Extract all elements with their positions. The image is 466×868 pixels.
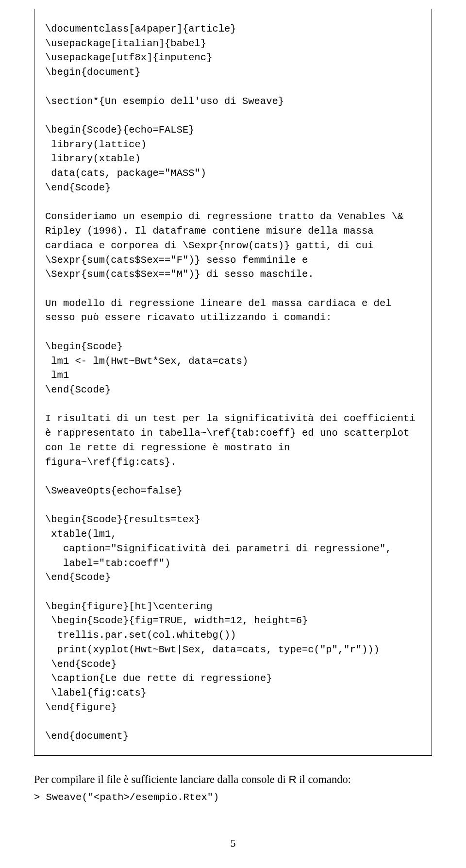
body-text-prefix: Per compilare il file è sufficiente lanc… [34, 773, 288, 785]
body-paragraph: Per compilare il file è sufficiente lanc… [34, 772, 432, 787]
command-line: > Sweave("<path>/esempio.Rtex") [34, 792, 432, 803]
code-listing: \documentclass[a4paper]{article} \usepac… [45, 22, 421, 744]
body-text-suffix: il comando: [297, 773, 351, 785]
page-number: 5 [34, 837, 432, 850]
r-label: R [288, 773, 296, 785]
code-listing-box: \documentclass[a4paper]{article} \usepac… [34, 9, 432, 756]
document-page: \documentclass[a4paper]{article} \usepac… [0, 0, 466, 868]
